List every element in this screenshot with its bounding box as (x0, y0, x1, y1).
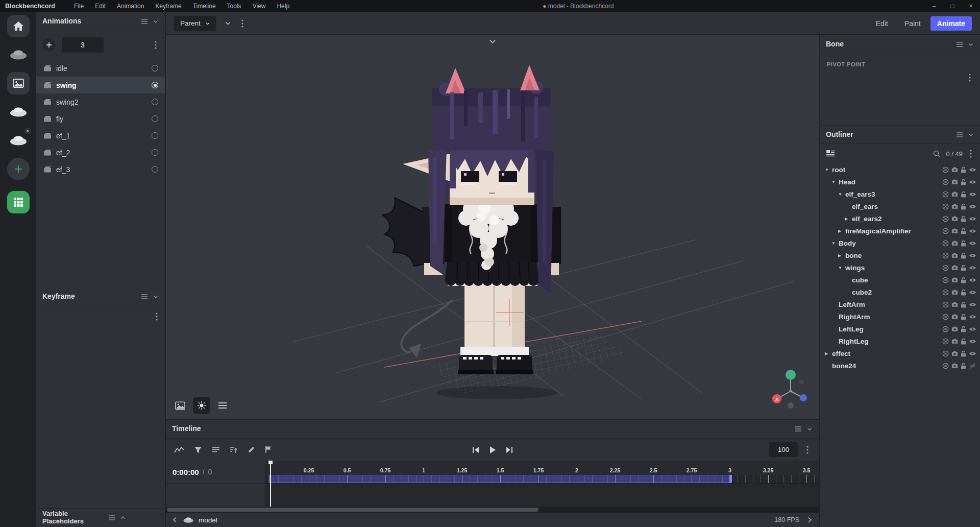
visibility-toggle-icon[interactable] (969, 253, 976, 258)
image-workspace-button[interactable] (7, 72, 30, 94)
autouv-toggle-icon[interactable] (951, 277, 958, 283)
autouv-toggle-icon[interactable] (951, 191, 958, 197)
timeline-track-area[interactable]: 0.25 0.5 0.75 1 1.25 1.5 (265, 461, 819, 507)
export-toggle-icon[interactable] (942, 350, 949, 357)
chevron-down-icon[interactable] (153, 18, 159, 25)
lock-toggle-icon[interactable] (961, 289, 966, 296)
chevron-down-icon[interactable] (968, 41, 974, 47)
visibility-toggle-icon[interactable] (969, 351, 976, 356)
outliner-node[interactable]: fireMagicalAmplifier (820, 225, 980, 237)
menu-item[interactable]: Timeline (187, 0, 222, 12)
playback-speed-field[interactable]: 100 (769, 442, 798, 457)
autouv-toggle-icon[interactable] (951, 314, 958, 320)
lock-toggle-icon[interactable] (961, 350, 966, 357)
outliner-node[interactable]: cube (820, 274, 980, 286)
tree-toggle-icon[interactable] (831, 180, 839, 184)
lock-toggle-icon[interactable] (961, 301, 966, 308)
close-badge-icon[interactable]: × (23, 127, 32, 135)
parent-dropdown[interactable]: Parent (174, 16, 216, 31)
export-toggle-icon[interactable] (942, 363, 949, 369)
export-toggle-icon[interactable] (942, 179, 949, 185)
animation-item[interactable]: fly (36, 110, 165, 127)
playhead[interactable] (270, 461, 271, 507)
autouv-toggle-icon[interactable] (951, 301, 958, 307)
lock-toggle-icon[interactable] (961, 338, 966, 345)
export-toggle-icon[interactable] (942, 228, 949, 234)
minimize-button[interactable]: – (925, 0, 943, 12)
visibility-toggle-icon[interactable] (969, 191, 976, 197)
export-toggle-icon[interactable] (942, 265, 949, 271)
autouv-toggle-icon[interactable] (951, 228, 958, 234)
lock-toggle-icon[interactable] (961, 326, 966, 332)
export-toggle-icon[interactable] (942, 338, 949, 345)
chevron-down-icon[interactable] (806, 426, 813, 432)
visibility-toggle-icon[interactable] (969, 277, 976, 283)
server-icon-2[interactable] (7, 101, 30, 123)
export-toggle-icon[interactable] (942, 215, 949, 222)
viewport-collapse-icon[interactable] (488, 38, 497, 44)
outliner-node[interactable]: elf_ears2 (820, 212, 980, 225)
menu-item[interactable]: Tools (222, 0, 247, 12)
lock-toggle-icon[interactable] (961, 215, 966, 222)
outliner-node[interactable]: RightArm (820, 310, 980, 323)
drag-handle-icon[interactable] (141, 294, 148, 300)
autouv-toggle-icon[interactable] (951, 289, 958, 295)
kebab-menu-icon[interactable] (804, 445, 811, 455)
animation-item[interactable]: swing2 (36, 93, 165, 110)
explore-button[interactable] (7, 191, 30, 213)
export-toggle-icon[interactable] (942, 277, 949, 283)
visibility-off-icon[interactable] (969, 363, 976, 369)
autouv-toggle-icon[interactable] (951, 203, 958, 209)
lock-toggle-icon[interactable] (961, 265, 966, 271)
lock-toggle-icon[interactable] (961, 228, 966, 234)
export-toggle-icon[interactable] (942, 240, 949, 247)
animation-item[interactable]: idle (36, 60, 165, 77)
add-server-button[interactable] (7, 158, 30, 180)
maximize-button[interactable]: □ (943, 0, 962, 12)
autouv-toggle-icon[interactable] (951, 338, 958, 344)
jump-to-start-button[interactable] (472, 446, 480, 453)
outliner-node[interactable]: Body (820, 237, 980, 249)
timeline-scrollbar[interactable] (166, 507, 819, 513)
export-toggle-icon[interactable] (942, 191, 949, 198)
animation-item[interactable]: ef_2 (36, 144, 165, 161)
server-icon-1[interactable] (7, 43, 30, 66)
menu-item[interactable]: Keyframe (150, 0, 187, 12)
visibility-toggle-icon[interactable] (969, 179, 976, 185)
animation-play-toggle[interactable] (152, 115, 158, 122)
export-toggle-icon[interactable] (942, 203, 949, 210)
lock-toggle-icon[interactable] (961, 314, 966, 320)
tree-toggle-icon[interactable] (845, 217, 852, 221)
timeline-tracks[interactable] (265, 483, 819, 507)
export-toggle-icon[interactable] (942, 252, 949, 259)
outliner-node[interactable]: effect (820, 347, 980, 360)
menu-item[interactable]: Edit (89, 0, 111, 12)
menu-item[interactable]: File (68, 0, 89, 12)
animation-item[interactable]: ef_3 (36, 161, 165, 178)
export-toggle-icon[interactable] (942, 301, 949, 308)
tree-toggle-icon[interactable] (838, 253, 845, 258)
drag-handle-icon[interactable] (956, 41, 963, 47)
export-toggle-icon[interactable] (942, 289, 949, 296)
lock-toggle-icon[interactable] (961, 166, 966, 173)
visibility-toggle-icon[interactable] (969, 339, 976, 344)
home-button[interactable] (7, 15, 30, 37)
lock-toggle-icon[interactable] (961, 203, 966, 210)
kebab-menu-icon[interactable] (239, 18, 246, 29)
menu-item[interactable]: Help (271, 0, 295, 12)
tree-toggle-icon[interactable] (838, 192, 845, 197)
autouv-toggle-icon[interactable] (951, 350, 958, 356)
outliner-node[interactable]: LeftLeg (820, 323, 980, 335)
kebab-menu-icon[interactable] (154, 312, 160, 322)
animation-item[interactable]: swing (36, 77, 165, 93)
lock-toggle-icon[interactable] (961, 363, 966, 369)
export-toggle-icon[interactable] (942, 314, 949, 320)
mode-tab[interactable]: Paint (898, 16, 927, 31)
outliner-node[interactable]: RightLeg (820, 335, 980, 347)
autouv-toggle-icon[interactable] (951, 326, 958, 332)
animation-count-field[interactable]: 3 (62, 37, 104, 53)
lock-toggle-icon[interactable] (961, 240, 966, 247)
filter-keyframes-icon[interactable] (194, 446, 202, 453)
viewport[interactable]: X (166, 35, 819, 419)
drag-handle-icon[interactable] (795, 426, 802, 432)
